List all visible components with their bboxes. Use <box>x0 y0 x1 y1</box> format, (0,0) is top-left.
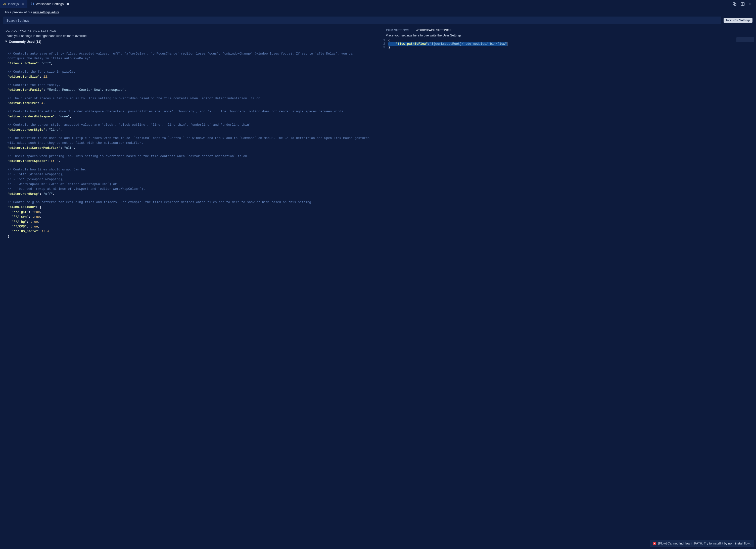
setting-value: true <box>51 159 59 163</box>
setting-value: "${workspaceRoot}/node_modules/.bin/flow… <box>430 42 507 46</box>
line-number: 3 <box>378 46 385 49</box>
setting-key: "flow.pathToFlow" <box>396 42 428 46</box>
braces-icon <box>31 2 34 6</box>
minimap[interactable] <box>736 37 754 42</box>
tab-label: index.js <box>8 2 19 6</box>
default-settings-hint: Place your settings in the right hand si… <box>0 33 378 38</box>
setting-comment: // Controls the font size in pixels. <box>8 70 370 74</box>
object-entry: "**/CVS": true, <box>8 224 370 229</box>
trailing-comma: , <box>51 62 53 65</box>
setting-comment: // - 'on' (viewport wrapping), <box>8 177 370 182</box>
brace-open: { <box>388 39 390 42</box>
code-area[interactable]: { "flow.pathToFlow":"${workspaceRoot}/no… <box>388 39 756 49</box>
separator: : <box>43 88 47 92</box>
total-settings-badge: Total 467 Settings <box>724 18 752 23</box>
setting-value: "off" <box>41 62 51 65</box>
setting-comment: // Controls auto save of dirty files. Ac… <box>8 52 370 61</box>
more-actions-icon[interactable] <box>748 2 753 6</box>
tab-workspace-settings[interactable]: Workspace Settings <box>28 0 72 8</box>
setting-key: "editor.multiCursorModifier" <box>8 146 60 150</box>
separator: : <box>38 62 41 65</box>
setting-comment: // Controls how lines should wrap. Can b… <box>8 167 370 172</box>
trailing-comma: , <box>47 75 49 79</box>
object-entry: "**/.svn": true, <box>8 215 370 219</box>
group-label: Commonly Used (11) <box>9 40 41 43</box>
indent <box>388 42 396 46</box>
line-number-gutter: 1 2 3 <box>378 39 388 49</box>
search-settings-input[interactable] <box>4 17 721 24</box>
tab-index-js[interactable]: JS index.js <box>0 0 28 8</box>
trailing-comma: , <box>124 88 126 92</box>
setting-key: "editor.cursorStyle" <box>8 128 45 132</box>
object-entry: "**/.git": true, <box>8 210 370 215</box>
setting-value: "Menlo, Monaco, 'Courier New', monospace… <box>47 88 125 92</box>
override-hint: Place your settings here to overwrite th… <box>378 32 756 38</box>
setting-value: "none" <box>59 115 70 118</box>
object-open: "files.exclude": { <box>8 205 370 210</box>
setting-value: "off" <box>43 192 53 196</box>
separator: : <box>40 75 43 79</box>
default-settings-body: // Controls auto save of dirty files. Ac… <box>0 45 378 250</box>
split-editor-icon[interactable] <box>740 2 745 6</box>
setting-comment: // Insert spaces when pressing Tab. This… <box>8 154 370 159</box>
new-settings-editor-link[interactable]: new settings editor <box>33 11 59 14</box>
setting-comment: // - 'wordWrapColumn' (wrap at `editor.w… <box>8 182 370 187</box>
line-number: 1 <box>378 39 385 42</box>
setting-comment: // Controls the font family. <box>8 83 370 88</box>
open-settings-json-icon[interactable] <box>732 2 737 6</box>
default-settings-header: Default Workspace Settings <box>0 26 378 33</box>
trailing-comma: , <box>60 128 62 132</box>
settings-json-editor[interactable]: 1 2 3 { "flow.pathToFlow":"${workspaceRo… <box>378 38 756 59</box>
error-icon <box>653 542 656 545</box>
setting-comment: // Configure glob patterns for excluding… <box>8 200 370 205</box>
setting-value: "alt" <box>64 146 74 150</box>
setting-comment: // The modifier to be used to add multip… <box>8 136 370 146</box>
setting-comment: // - 'off' (disable wrapping), <box>8 172 370 177</box>
colon: : <box>428 42 430 46</box>
setting-key: "editor.fontSize" <box>8 75 40 79</box>
separator: : <box>38 102 41 105</box>
preview-banner: Try a preview of our new settings editor <box>0 8 756 16</box>
setting-comment: // - 'bounded' (wrap at minimum of viewp… <box>8 187 370 192</box>
setting-comment: // Controls how the editor should render… <box>8 109 370 114</box>
separator: : <box>40 192 43 196</box>
setting-value: 4 <box>41 102 43 105</box>
brace-close: } <box>388 46 390 49</box>
object-entry: "**/.DS_Store": true <box>8 229 370 234</box>
trailing-comma: , <box>74 146 76 150</box>
object-close: }, <box>8 234 370 239</box>
tab-workspace-settings-scope[interactable]: Workspace Settings <box>416 29 451 32</box>
commonly-used-group[interactable]: ▸ Commonly Used (11) <box>0 38 378 45</box>
svg-point-5 <box>750 4 751 4</box>
tab-label: Workspace Settings <box>36 2 64 6</box>
setting-key: "editor.wordWrap" <box>8 192 40 196</box>
tab-user-settings[interactable]: User Settings <box>385 29 409 32</box>
banner-prefix: Try a preview of our <box>5 11 33 14</box>
separator: : <box>45 128 49 132</box>
settings-split: Default Workspace Settings Place your se… <box>0 26 756 549</box>
svg-point-6 <box>752 4 752 4</box>
override-settings-pane[interactable]: User Settings Workspace Settings Place y… <box>378 26 756 549</box>
object-entry: "**/.hg": true, <box>8 220 370 224</box>
setting-comment: // Controls the cursor style, accepted v… <box>8 123 370 127</box>
separator: : <box>60 146 64 150</box>
trailing-comma: , <box>59 159 61 163</box>
separator: : <box>55 115 59 118</box>
setting-key: "editor.renderWhitespace" <box>8 115 55 118</box>
setting-key: "editor.tabSize" <box>8 102 38 105</box>
trailing-comma: , <box>70 115 72 118</box>
search-row: Total 467 Settings <box>4 17 752 24</box>
chevron-down-icon: ▸ <box>5 41 8 42</box>
close-icon[interactable] <box>22 2 24 6</box>
default-settings-pane[interactable]: Default Workspace Settings Place your se… <box>0 26 378 549</box>
trailing-comma: , <box>53 192 55 196</box>
svg-point-4 <box>749 4 750 4</box>
notification-toast[interactable]: [Flow] Cannot find flow in PATH. Try to … <box>650 540 754 547</box>
line-number: 2 <box>378 42 385 46</box>
setting-key: "files.autoSave" <box>8 62 38 65</box>
settings-scope-tabs: User Settings Workspace Settings <box>378 26 756 32</box>
setting-comment: // The number of spaces a tab is equal t… <box>8 96 370 101</box>
setting-key: "editor.fontFamily" <box>8 88 43 92</box>
setting-key: "editor.insertSpaces" <box>8 159 47 163</box>
separator: : <box>47 159 51 163</box>
